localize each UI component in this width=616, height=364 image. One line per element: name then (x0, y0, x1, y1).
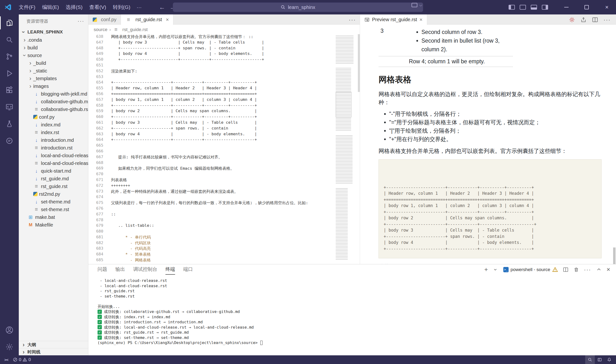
terminal-line-text: 成功转换: introduction.rst → introduction.md (104, 319, 203, 325)
menu-item[interactable]: 查看(V) (86, 2, 110, 12)
line-text: +------------------------+------------+-… (103, 57, 264, 63)
notifications-bell-icon[interactable] (604, 355, 614, 364)
panel-tab[interactable]: 端口 (183, 264, 193, 275)
zoom-status-icon[interactable] (585, 355, 595, 364)
explorer-actions-icon[interactable]: ··· (78, 18, 84, 24)
panel-more-actions-icon[interactable]: ··· (584, 266, 591, 273)
close-tab-icon[interactable]: × (166, 17, 169, 23)
file-tree-item[interactable]: Makefile (19, 221, 88, 229)
terminal-dropdown-icon[interactable] (493, 267, 498, 273)
command-center-search[interactable]: learn_sphinx (173, 2, 423, 12)
file-tree-item[interactable]: local-and-cloud-release.rst (19, 159, 88, 167)
toggle-secondary-sidebar-icon[interactable] (542, 5, 548, 10)
preview-scrollbar[interactable] (613, 247, 616, 264)
split-terminal-icon[interactable] (563, 267, 569, 273)
menu-item[interactable]: 文件(F) (15, 2, 39, 12)
problems-status[interactable]: 0 0 (10, 355, 33, 364)
settings-gear-icon[interactable] (0, 338, 19, 355)
toggle-chat-icon[interactable]: ⌵ (412, 3, 422, 7)
file-tree-item[interactable]: conf.py (19, 113, 88, 121)
code-line: 662 +------------------------+ span rows… (88, 126, 334, 132)
code-line: 638 网格表格支持合并单元格，内部也可以嵌套列表。官方示例囊括了这些细节： :… (88, 34, 334, 40)
maximize-button[interactable] (577, 0, 596, 14)
tab-rst-guide[interactable]: rst_guide.rst × (121, 14, 173, 25)
file-tree-item[interactable]: collaborative-github.rst (19, 105, 88, 113)
menu-item[interactable]: 选择(S) (62, 2, 86, 12)
new-terminal-icon[interactable]: + (484, 266, 488, 273)
file-tree-item[interactable]: index.md (19, 121, 88, 129)
menu-item[interactable]: 转到(G) (110, 2, 134, 12)
file-name: conf.py (39, 114, 54, 120)
panel-tab[interactable]: 输出 (115, 264, 125, 275)
preview-tab[interactable]: Preview rst_guide.rst × (360, 14, 427, 25)
file-type-icon (33, 192, 38, 196)
file-tree-item[interactable]: build (19, 44, 88, 52)
remote-explorer-icon[interactable] (0, 99, 19, 116)
trash-icon[interactable] (573, 267, 579, 273)
maximize-panel-icon[interactable] (596, 267, 602, 273)
history-back-icon[interactable]: ← (159, 4, 165, 11)
file-tree-item[interactable]: source (19, 52, 88, 59)
export-icon[interactable] (580, 17, 587, 23)
preview-security-icon[interactable] (569, 17, 575, 23)
editor-more-actions-icon[interactable]: ··· (345, 14, 360, 25)
file-tree-item[interactable]: _templates (19, 75, 88, 82)
explorer-icon[interactable] (0, 14, 19, 31)
breadcrumb-file[interactable]: rst_guide.rst (122, 27, 148, 32)
source-control-icon[interactable] (0, 48, 19, 65)
file-tree-item[interactable]: introduction.md (19, 136, 88, 144)
menu-overflow-icon[interactable]: ··· (134, 3, 144, 12)
file-tree-item[interactable]: set-theme.md (19, 198, 88, 206)
panel-tab[interactable]: 问题 (98, 264, 107, 275)
run-debug-icon[interactable] (0, 65, 19, 82)
sidebar-section-header[interactable]: 大纲 (19, 341, 88, 348)
editor-layout-status-icon[interactable] (595, 355, 604, 364)
line-text (103, 218, 111, 223)
testing-icon[interactable] (0, 116, 19, 132)
workspace-root-folder[interactable]: LEARN_SPHINX (19, 28, 88, 36)
toggle-primary-sidebar-icon[interactable] (509, 5, 515, 10)
remote-indicator[interactable]: >< (2, 355, 10, 364)
file-tree-item[interactable]: collaborative-github.md (19, 98, 88, 105)
preview-more-actions-icon[interactable]: ··· (603, 16, 611, 23)
chat-icon[interactable] (0, 132, 19, 149)
breadcrumb-folder[interactable]: source (94, 27, 107, 32)
file-tree-item[interactable]: blogging-with-jekll.md (19, 90, 88, 98)
editor-content[interactable]: 638 网格表格支持合并单元格，内部也可以嵌套列表。官方示例囊括了这些细节： :… (88, 34, 360, 264)
minimize-button[interactable] (557, 0, 576, 14)
tab-conf-py[interactable]: conf.py (88, 14, 121, 25)
close-window-button[interactable]: × (598, 0, 616, 14)
file-tree-item[interactable]: set-theme.rst (19, 206, 88, 213)
close-preview-icon[interactable]: × (419, 17, 423, 23)
file-tree-item[interactable]: rst_guide.rst (19, 182, 88, 190)
file-tree-item[interactable]: quick-start.md (19, 167, 88, 175)
menu-item[interactable]: 编辑(E) (39, 2, 62, 12)
search-view-icon[interactable] (0, 31, 19, 48)
extensions-icon[interactable] (0, 82, 19, 99)
editor-scrollbar[interactable] (358, 34, 360, 92)
file-tree-item[interactable]: _build (19, 59, 88, 67)
file-tree-item[interactable]: rst_guide.md (19, 175, 88, 182)
file-tree-item[interactable]: rst2md.py (19, 190, 88, 198)
breadcrumb[interactable]: source › rst_guide.rst (88, 25, 360, 34)
terminal-instance-item[interactable]: >_ powershell - source (503, 267, 558, 273)
split-editor-icon[interactable] (592, 17, 598, 23)
file-tree-item[interactable]: introduction.rst (19, 144, 88, 152)
preview-content[interactable]: 3 Second column of row 3.Second item in … (360, 25, 616, 264)
line-text (103, 160, 111, 166)
sidebar-section-header[interactable]: 时间线 (19, 348, 88, 355)
panel-tab[interactable]: 终端 (165, 264, 175, 275)
customize-layout-icon[interactable] (520, 5, 526, 10)
minimap[interactable] (334, 34, 358, 264)
file-tree-item[interactable]: make.bat (19, 213, 88, 221)
close-panel-icon[interactable]: × (607, 266, 610, 273)
terminal[interactable]: - local-and-cloud-release.rst - local-an… (88, 275, 616, 345)
file-tree-item[interactable]: local-and-cloud-release.md (19, 152, 88, 159)
file-tree-item[interactable]: .conda (19, 36, 88, 44)
file-tree-item[interactable]: index.rst (19, 129, 88, 136)
account-icon[interactable] (0, 322, 19, 338)
toggle-panel-icon[interactable] (531, 5, 537, 10)
file-tree-item[interactable]: images (19, 82, 88, 90)
panel-tab[interactable]: 调试控制台 (133, 264, 157, 275)
file-tree-item[interactable]: _static (19, 67, 88, 75)
